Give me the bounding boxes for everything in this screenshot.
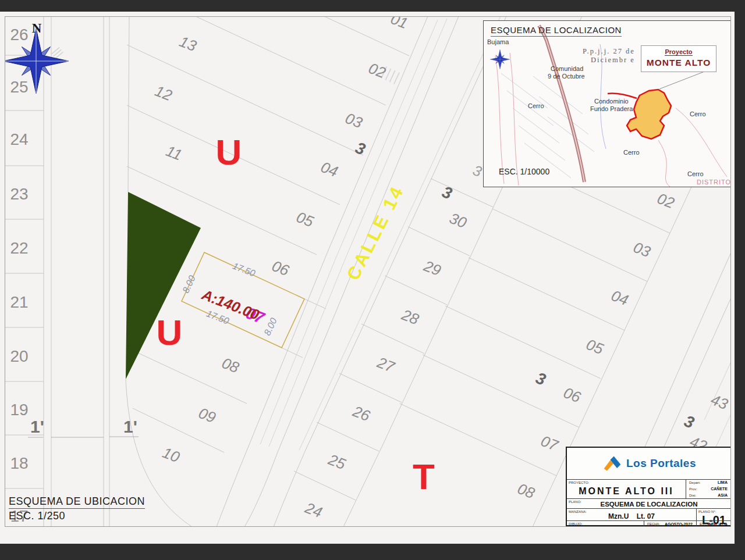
inset-label: Condominio — [594, 98, 629, 105]
lot-26-left: 26 — [10, 27, 28, 43]
plano-cell: PLANO: ESQUEMA DE LOCALIZACION — [567, 498, 731, 508]
plano-number-label: PLANO N°: — [698, 510, 716, 513]
inset-label: Comunidad — [551, 65, 583, 72]
manzana-value: Mzn.U Lt. 07 — [567, 512, 696, 520]
depart-label: Depart: — [689, 481, 701, 484]
prov-label: Prov: — [689, 487, 697, 491]
lot-19-left: 19 — [10, 402, 28, 418]
los-portales-logo-icon — [602, 455, 623, 472]
lot-18-left: 18 — [10, 455, 28, 472]
inset-label: Bujama — [487, 38, 509, 45]
inset-highway — [539, 26, 584, 182]
depart-value: LIMA — [718, 480, 728, 484]
inset-label: Cerro — [687, 170, 704, 177]
inset-label: ESC. 1/10000 — [499, 167, 549, 176]
dist-label: Dist: — [689, 494, 696, 497]
inset-label: Cerro — [528, 102, 544, 109]
project-callout-label: Proyecto — [665, 48, 692, 56]
location-inset: ESQUEMA DE LOCALIZACION BujamaP.p.j.j. 2… — [483, 20, 731, 187]
inset-label: Diciembr e — [591, 56, 635, 65]
escala-value: INDICADA — [708, 522, 728, 526]
proyecto-cell: PROYECTO: MONTE ALTO III — [567, 479, 686, 498]
manzana-cell: MANZANA: Mzn.U Lt. 07 — [567, 508, 697, 520]
dibujo-label: DIBUJO: — [569, 522, 583, 526]
dist-value: ASIA — [718, 493, 728, 497]
section-marker: 1' — [30, 418, 44, 436]
block-u-letter-2: U — [157, 315, 183, 351]
dibujo-cell: DIBUJO: — [567, 520, 644, 527]
lot-20-left: 20 — [10, 348, 28, 365]
ubicacion-title: ESQUEMA DE UBICACION — [9, 495, 145, 509]
proyecto-value: MONTE ALTO III — [567, 486, 686, 497]
lot-21-left: 21 — [10, 294, 28, 311]
inset-title: ESQUEMA DE LOCALIZACION — [491, 25, 622, 37]
map-clip: 26252423222120191817NUUT1312110102030405… — [5, 16, 731, 527]
lot-24-left: 24 — [10, 131, 28, 148]
lot-22-left: 22 — [10, 240, 28, 256]
block-t-letter: T — [413, 459, 435, 495]
brand-name: Los Portales — [626, 457, 696, 470]
inset-label: Cerro — [690, 110, 706, 117]
section-marker: 1' — [123, 418, 137, 436]
location-cell: Depart: LIMA Prov: CAÑETE Dist: ASIA — [686, 479, 731, 498]
project-callout-box: Proyecto MONTE ALTO — [641, 45, 716, 72]
prov-value: CAÑETE — [711, 487, 728, 491]
lot-23-left: 23 — [10, 186, 28, 202]
screenshot-root: { "footer": { "title": "ESQUEMA DE UBICA… — [0, 0, 745, 560]
manzana-label: MANZANA: — [569, 510, 587, 513]
inset-label: Fundo Pradera — [590, 105, 633, 112]
ubicacion-scale: ESC. 1/250 — [9, 510, 65, 522]
inset-label: Cerro — [623, 149, 640, 156]
north-label: N — [32, 22, 42, 35]
escala-cell: ESCALA: INDICADA — [697, 520, 731, 527]
fecha-value: AGOSTO-2022 — [665, 522, 693, 526]
inset-label: P.p.j.j. 27 de — [583, 48, 635, 56]
project-leader-line — [659, 71, 706, 89]
fecha-cell: FECHA: AGOSTO-2022 — [644, 520, 697, 527]
proyecto-label: PROYECTO: — [569, 481, 589, 484]
inset-label: DISTRITO D — [697, 179, 731, 186]
plano-label: PLANO: — [569, 500, 581, 504]
title-block: Los Portales PROYECTO: MONTE ALTO III De… — [566, 447, 731, 526]
plano-value: ESQUEMA DE LOCALIZACION — [567, 501, 731, 508]
inset-label: 9 de Octubre — [548, 73, 585, 80]
brand-row: Los Portales — [567, 448, 731, 479]
inset-compass-rose — [490, 49, 510, 69]
fecha-label: FECHA: — [647, 522, 660, 526]
lot-25-left: 25 — [10, 79, 28, 95]
project-callout-name: MONTE ALTO — [641, 58, 716, 68]
block-u-letter: U — [216, 134, 242, 170]
